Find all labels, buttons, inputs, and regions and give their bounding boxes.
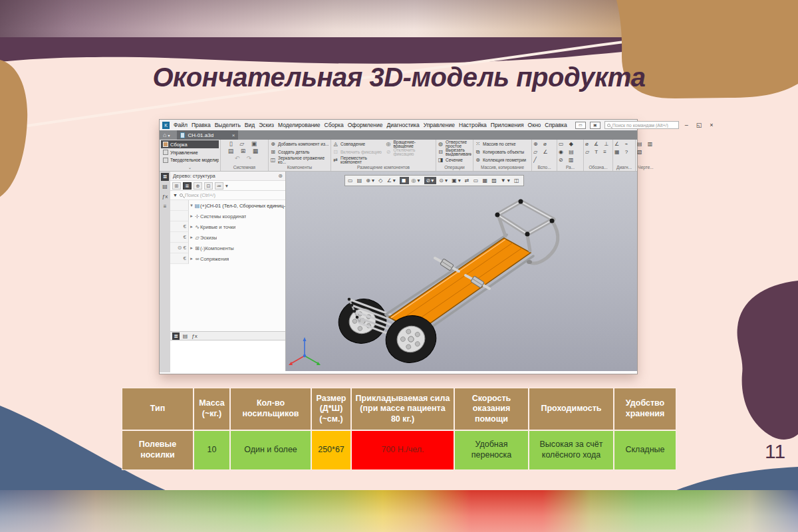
mirror-components-button[interactable]: ◫Зеркальное отражение ко... [270, 156, 329, 164]
document-tab-active[interactable]: CH-01.a3d × [177, 130, 238, 140]
coincide-button[interactable]: ◬Совпадение [332, 140, 384, 148]
tree-panel-icon[interactable]: ≣ [161, 173, 169, 181]
tree-view-extra-icon[interactable]: ≔ [215, 182, 223, 190]
header-type: Тип [122, 388, 194, 430]
twist-icon[interactable]: ▸ [189, 224, 194, 229]
layers-panel-icon[interactable]: ▤ [161, 183, 169, 191]
section-label-draw: Черте... [636, 165, 656, 171]
tab-close-icon[interactable]: × [232, 132, 235, 138]
rotation-rotation-button[interactable]: ◎Вращение-вращение [385, 140, 434, 148]
gear-icon[interactable]: ⊛ [278, 173, 283, 179]
menu-select[interactable]: Выделить [215, 122, 241, 128]
minimize-button[interactable]: – [683, 122, 690, 128]
create-part-button[interactable]: ⊞Создать деталь [270, 148, 329, 156]
cell-storage: Складные [614, 430, 676, 470]
menu-sketch[interactable]: Эскиз [259, 122, 274, 128]
header-passability: Проходимость [529, 388, 614, 430]
menu-layout[interactable]: Оформление [348, 122, 383, 128]
tree-tab-variables-icon[interactable]: ƒx [191, 332, 198, 340]
tree-item-sketches[interactable]: € ▸ ▱ Эскизы [170, 232, 285, 243]
tree-toolbar-caret-icon[interactable]: ▾ [225, 183, 228, 189]
tree-view-list-icon[interactable]: ≣ [183, 182, 192, 190]
menu-modeling[interactable]: Моделирование [278, 122, 321, 128]
excluded-icon: € [184, 223, 186, 229]
orientation-cube-icon[interactable]: ◼ [400, 177, 409, 184]
twist-icon[interactable]: ▸ [189, 235, 194, 240]
simple-hole-button[interactable]: ◍Отверстие простое [438, 140, 471, 148]
eye-icon[interactable]: ⊙ [178, 245, 182, 251]
geometry-collection-icon: ⊛ [475, 158, 481, 163]
layout-screens-icon[interactable]: ▣ [590, 122, 600, 129]
copy-objects-button[interactable]: ⧉Копировать объекты [475, 148, 530, 156]
ra-tool-icons[interactable]: ▭ ◆ ◉ ▤ ⊘ ▥ [559, 140, 582, 164]
layout-windows-icon[interactable]: ▭ [575, 122, 586, 129]
menu-diagnostics[interactable]: Диагностика [386, 122, 419, 128]
tree-item-components[interactable]: ⊙ € ▸ ⊞ (-)Компоненты [170, 243, 285, 253]
tree-item-coordinate-systems[interactable]: ▸ ⊹ Системы координат [170, 211, 285, 221]
system-icons-row2[interactable]: ▤ ⊞ ▦ [222, 148, 267, 155]
twist-icon[interactable]: ▸ [189, 245, 194, 251]
menu-management[interactable]: Управление [424, 122, 455, 128]
home-button[interactable]: ⌂ ▾ [160, 130, 173, 140]
add-component-button[interactable]: ⊕Добавить компонент из... [270, 140, 329, 148]
zoom-tools-icons[interactable]: ⊕▾ ◇ ∠▾ [366, 178, 397, 184]
tree-view-structure-icon[interactable]: ⊞ [172, 182, 181, 190]
hide-tools-icon[interactable]: ⊘▾ [424, 177, 437, 184]
app-logo-icon: K [162, 122, 170, 129]
clip-tools-icons[interactable]: ⊙▾ ▣▾ [439, 178, 462, 184]
annotation-tool-icons[interactable]: ⌀ ∡ ⊥ ▱ T ≡ [585, 140, 611, 156]
twist-icon[interactable]: ▸ [189, 256, 194, 261]
system-icons-row1[interactable]: ▯ ▱ ▣ [222, 140, 267, 148]
diagnostics-tool-icons[interactable]: ∠ ⌁ ▦ ? [614, 140, 634, 156]
grid-array-button[interactable]: ⁙Массив по сетке [475, 140, 530, 148]
twist-icon[interactable]: ▸ [189, 213, 194, 219]
mode-assembly-button[interactable]: Сборка [161, 140, 219, 148]
menu-apps[interactable]: Приложения [491, 122, 524, 128]
tree-view-exec-icon[interactable]: ⊕ [194, 182, 202, 190]
menu-window[interactable]: Окно [528, 122, 541, 128]
menu-assembly[interactable]: Сборка [325, 122, 344, 128]
ribbon-collapse-arrow[interactable]: ⌄ [160, 165, 220, 171]
system-icons-row3[interactable]: ↶ ↷ [222, 155, 267, 162]
drawing-tool-icons[interactable]: ▤ ▥ ▧ [637, 140, 654, 156]
disable-fix-button[interactable]: ⊘Отключить фиксацию [385, 148, 434, 156]
tree-item-root[interactable]: ▾ ▤ (+)CH-01 (Тел-0, Сборочных единиц-0, [170, 200, 285, 211]
mode-management-button[interactable]: Управление [161, 148, 219, 156]
cell-passability: Высокая за счёт колёсного хода [529, 430, 614, 470]
tree-item-mates[interactable]: € ▸ ∞ Сопряжения [170, 253, 285, 264]
menu-edit[interactable]: Правка [192, 122, 211, 128]
geometry-collection-button[interactable]: ⊛Коллекция геометрии [475, 156, 530, 164]
tree-tab-layers-icon[interactable]: ▤ [182, 332, 189, 340]
cell-force: 700 Н./чел. [351, 430, 454, 470]
home-icon: ⌂ [163, 132, 166, 138]
menu-help[interactable]: Справка [545, 122, 567, 128]
axis-triad-icon [289, 337, 321, 365]
mode-solid-modeling-button[interactable]: Твердотельное моделирование [161, 156, 219, 164]
twist-icon[interactable]: ▾ [189, 203, 194, 208]
filter-icon[interactable]: ▼ [173, 193, 178, 198]
menu-settings[interactable]: Настройка [459, 122, 487, 128]
section-button[interactable]: ◨Сечение [438, 156, 471, 164]
filter-tools-icons[interactable]: ▼▾ ◫ [501, 178, 521, 184]
aux-tool-icons[interactable]: ⊕ ⌀ ▱ ∠ ╱ [533, 140, 555, 164]
command-search-input[interactable]: Поиск по командам (Alt+/) [604, 121, 679, 129]
menu-panel-icon[interactable]: ≡ [161, 203, 169, 211]
tree-tab-structure-icon[interactable]: ≣ [172, 332, 180, 340]
close-button[interactable]: × [708, 122, 715, 128]
menu-view[interactable]: Вид [245, 122, 255, 128]
measure-tools-icons[interactable]: ⇄ ▭ ▦ ▨ [465, 178, 498, 184]
cad-titlebar: K Файл Правка Выделить Вид Эскиз Моделир… [160, 120, 637, 130]
move-component-button[interactable]: ⇄Переместить компонент [332, 156, 384, 164]
enable-fix-button[interactable]: ⊡Включить фиксацию [332, 148, 384, 156]
section-label-diag: Диагн... [613, 165, 635, 171]
display-mode-icon[interactable]: ◎▾ [412, 178, 422, 184]
restore-button[interactable]: ◱ [694, 122, 704, 128]
tree-item-curves-points[interactable]: € ▸ ∿ Кривые и точки [170, 221, 285, 232]
viewport-3d[interactable]: ▭ ▤ ⊕▾ ◇ ∠▾ ◼ ◎▾ ⊘▾ ⊙▾ ▣▾ ⇄ ▭ ▦ ▨ ▼▾ ◫ [286, 172, 637, 371]
tree-view-zones-icon[interactable]: ⊡ [204, 182, 213, 190]
variables-panel-icon[interactable]: ƒx [161, 193, 169, 201]
cut-extrude-button[interactable]: ⊟Вырезать выдавливанием [438, 148, 471, 156]
tree-search-input[interactable]: ▼ Поиск (Ctrl+/) [170, 191, 285, 200]
layout-tools-icons[interactable]: ▭ ▤ [348, 178, 363, 184]
menu-file[interactable]: Файл [174, 122, 188, 128]
